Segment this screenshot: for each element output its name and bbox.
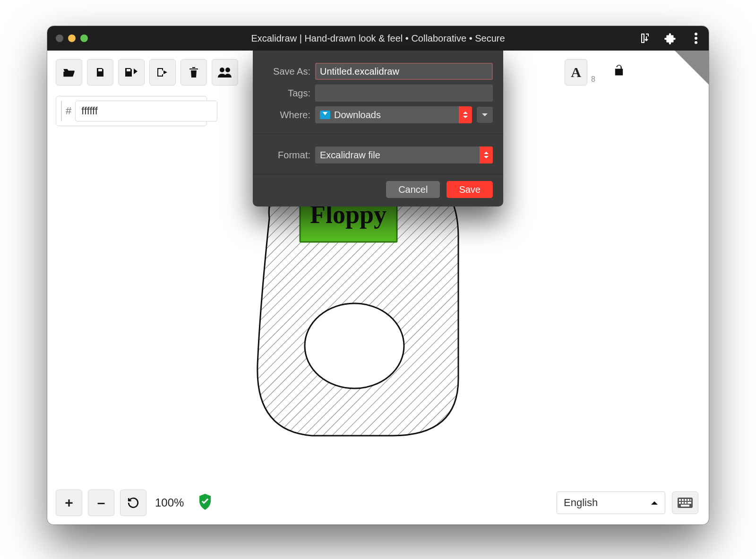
- dialog-footer: Cancel Save: [253, 174, 503, 206]
- save-as-input[interactable]: [315, 63, 493, 80]
- stage: Excalidraw | Hand-drawn look & feel • Co…: [0, 0, 756, 559]
- downloads-folder-icon: [320, 111, 330, 119]
- color-swatch[interactable]: [61, 101, 62, 121]
- keyboard-button[interactable]: [672, 491, 698, 514]
- zoom-reset-button[interactable]: [120, 490, 146, 516]
- where-label: Where:: [263, 110, 310, 120]
- svg-rect-20: [681, 505, 689, 507]
- svg-point-0: [695, 33, 697, 35]
- confirm-save-button[interactable]: Save: [447, 181, 493, 198]
- svg-point-2: [695, 41, 697, 44]
- cancel-button[interactable]: Cancel: [386, 181, 440, 198]
- save-as-button[interactable]: [118, 59, 145, 86]
- svg-point-1: [695, 37, 697, 40]
- file-toolbar: [56, 59, 238, 86]
- install-icon[interactable]: [639, 32, 651, 44]
- expand-dialog-button[interactable]: [477, 107, 493, 123]
- lock-icon[interactable]: [612, 64, 626, 80]
- svg-point-8: [305, 303, 404, 388]
- export-button[interactable]: [149, 59, 176, 86]
- format-value: Excalidraw file: [320, 150, 380, 161]
- chevron-up-icon: [651, 500, 658, 505]
- where-value: Downloads: [334, 110, 381, 120]
- right-tool-group: A 8: [565, 59, 595, 86]
- save-as-label: Save As:: [263, 66, 310, 77]
- select-stepper-icon: [480, 146, 493, 163]
- tags-input[interactable]: [315, 85, 493, 102]
- zoom-controls: + – 100%: [56, 490, 212, 516]
- text-tool-button[interactable]: A: [565, 59, 587, 86]
- titlebar: Excalidraw | Hand-drawn look & feel • Co…: [47, 26, 709, 51]
- trash-button[interactable]: [180, 59, 207, 86]
- browser-window: Excalidraw | Hand-drawn look & feel • Co…: [47, 26, 709, 525]
- kebab-menu-icon[interactable]: [690, 32, 702, 44]
- svg-rect-15: [690, 499, 691, 501]
- svg-rect-17: [682, 502, 684, 504]
- zoom-window-dot[interactable]: [80, 34, 88, 42]
- language-select[interactable]: English: [557, 491, 665, 514]
- color-panel: #: [56, 96, 207, 126]
- collaborate-button[interactable]: [212, 59, 238, 86]
- svg-rect-12: [682, 499, 684, 501]
- zoom-out-button[interactable]: –: [88, 490, 114, 516]
- shield-icon[interactable]: [198, 494, 212, 512]
- zoom-in-button[interactable]: +: [56, 490, 82, 516]
- window-title: Excalidraw | Hand-drawn look & feel • Co…: [47, 33, 709, 44]
- save-dialog: Save As: Tags: Where: Downloads: [253, 51, 503, 206]
- close-window-dot[interactable]: [56, 34, 63, 42]
- language-value: English: [564, 497, 598, 509]
- svg-point-3: [220, 68, 224, 72]
- zoom-level: 100%: [155, 496, 184, 509]
- select-stepper-icon: [459, 106, 472, 123]
- save-button[interactable]: [87, 59, 113, 86]
- open-button[interactable]: [56, 59, 82, 86]
- titlebar-right: [639, 32, 702, 44]
- svg-point-4: [225, 68, 230, 72]
- svg-rect-14: [687, 499, 689, 501]
- svg-rect-11: [679, 499, 681, 501]
- where-select[interactable]: Downloads: [315, 106, 472, 123]
- traffic-lights: [56, 34, 88, 42]
- svg-rect-16: [679, 502, 681, 504]
- format-select[interactable]: Excalidraw file: [315, 146, 493, 163]
- hash-symbol: #: [66, 105, 71, 117]
- tool-shortcut-badge: 8: [591, 75, 595, 86]
- corner-ribbon[interactable]: [675, 51, 709, 85]
- minimize-window-dot[interactable]: [68, 34, 76, 42]
- svg-rect-19: [687, 502, 691, 504]
- tags-label: Tags:: [263, 88, 310, 99]
- extensions-icon[interactable]: [664, 32, 677, 44]
- svg-rect-13: [685, 499, 687, 501]
- format-label: Format:: [263, 150, 310, 161]
- hex-input[interactable]: [75, 101, 217, 121]
- svg-rect-18: [685, 502, 687, 504]
